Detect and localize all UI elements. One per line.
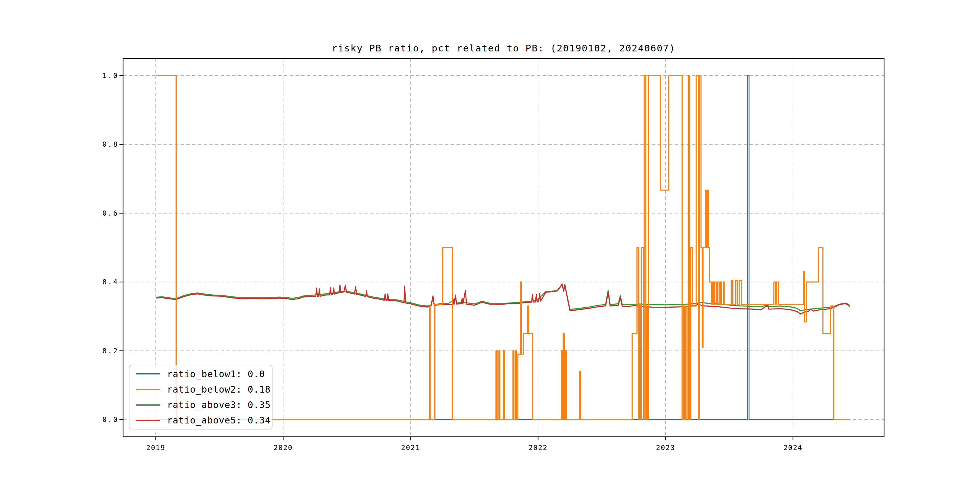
x-tick-label-2023: 2023 [656, 444, 675, 452]
x-tick-label-2024: 2024 [783, 444, 802, 452]
x-tick-label-2022: 2022 [528, 444, 547, 452]
legend-item-ratio_below2: ratio_below2: 0.18 [129, 382, 272, 396]
legend-item-ratio_above5: ratio_above5: 0.34 [129, 414, 272, 427]
x-tick-label-2019: 2019 [146, 444, 165, 452]
x-tick-label-2021: 2021 [401, 444, 420, 452]
chart-title: risky PB ratio, pct related to PB: (2019… [123, 42, 884, 54]
figure-canvas: 2019202020212022202320240.00.20.40.60.81… [0, 0, 980, 490]
y-tick-label-0.0: 0.0 [102, 415, 119, 423]
x-tick-label-2020: 2020 [274, 444, 293, 452]
legend-swatch-icon [136, 389, 160, 390]
y-tick-label-0.2: 0.2 [102, 347, 119, 355]
legend-label: ratio_below1: 0.0 [167, 369, 265, 379]
y-tick-label-0.8: 0.8 [102, 140, 119, 148]
legend-swatch-icon [136, 420, 160, 421]
legend-swatch-icon [136, 373, 160, 374]
y-tick-label-1.0: 1.0 [102, 72, 119, 80]
legend-item-ratio_below1: ratio_below1: 0.0 [129, 367, 272, 381]
legend-item-ratio_above3: ratio_above3: 0.35 [129, 398, 272, 412]
y-tick-label-0.4: 0.4 [102, 278, 119, 286]
legend-swatch-icon [136, 404, 160, 406]
legend: ratio_below1: 0.0ratio_below2: 0.18ratio… [129, 365, 272, 430]
legend-label: ratio_below2: 0.18 [167, 384, 271, 395]
legend-label: ratio_above3: 0.35 [167, 399, 271, 410]
y-tick-label-0.6: 0.6 [102, 209, 119, 217]
legend-label: ratio_above5: 0.34 [167, 415, 271, 426]
